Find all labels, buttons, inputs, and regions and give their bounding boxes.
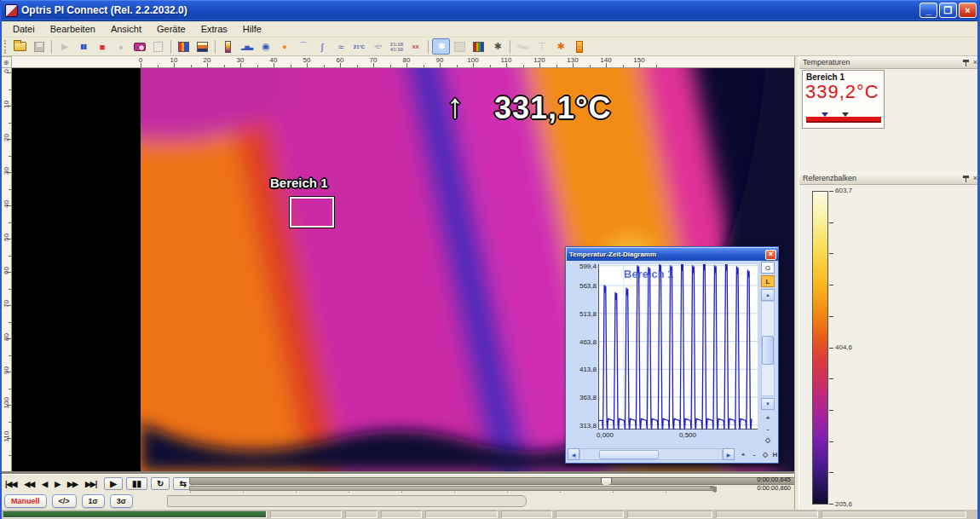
hruler-label: 30	[237, 56, 245, 64]
diagram-scroll-right-button[interactable]: ▶	[723, 448, 735, 460]
tools-colored-icon[interactable]: ✱	[551, 38, 569, 55]
vruler-label: 110	[3, 432, 10, 442]
diagram-zoom-in-button[interactable]: +	[761, 412, 775, 424]
diagram-y-tick-label: 599,4	[568, 262, 597, 270]
window-title: Optris PI Connect (Rel. 2.2.2032.0)	[21, 4, 187, 16]
close-button[interactable]: ×	[959, 3, 977, 18]
scurve-chart-icon[interactable]: ∫	[313, 38, 331, 55]
temp-display-icon[interactable]: 21°C	[350, 38, 368, 55]
diagram-vertical-scrollbar[interactable]	[761, 301, 775, 396]
snapshot-camera-icon[interactable]	[130, 38, 148, 55]
step-back-button[interactable]: ◀	[42, 480, 47, 488]
status-pane	[501, 510, 552, 518]
restore-button[interactable]: ❐	[939, 3, 957, 18]
diagram-close-button[interactable]: ×	[765, 250, 776, 260]
diagram-hzoom-in-button[interactable]: +	[738, 448, 748, 460]
fast-forward-button[interactable]: ▶▶	[67, 480, 78, 488]
diagram-scroll-up-button[interactable]: ▲	[761, 289, 775, 301]
flag-icon[interactable]: Flag	[514, 38, 532, 55]
mode-info-field	[167, 495, 527, 507]
diagram-hzoom-out-button[interactable]: -	[749, 448, 759, 460]
copy-icon[interactable]	[149, 38, 167, 55]
status-pane	[270, 510, 342, 518]
pause-button[interactable]: ▮▮	[126, 477, 147, 490]
range-button[interactable]: </>	[52, 494, 77, 508]
manuell-button[interactable]: Manuell	[4, 494, 47, 508]
measure-area-label: Bereich 1	[270, 176, 328, 190]
temperature-display-card[interactable]: Bereich 1 339,2°C	[802, 70, 885, 129]
temp-ref-icon[interactable]: °C*	[369, 38, 387, 55]
diagram-global-button[interactable]: G	[761, 262, 775, 274]
tools-icon[interactable]: ✱	[488, 38, 506, 55]
reference-bar-icon[interactable]	[219, 38, 237, 55]
histogram-icon[interactable]: ▂▅▃	[238, 38, 256, 55]
pin-icon[interactable]	[963, 59, 969, 66]
crossmarks-icon[interactable]: XX	[406, 38, 424, 55]
diagram-horizontal-scrollbar-row: ◀ ▶	[568, 448, 735, 460]
profile-chart-icon[interactable]: ⌒	[294, 38, 312, 55]
diagram-fit-button[interactable]: ◇	[761, 434, 775, 446]
thermal-image-viewport[interactable]: Bereich 1 ↑ 331,1°C Temperatur-Zeit-Diag…	[12, 68, 794, 471]
diagram-local-button[interactable]: L	[761, 275, 775, 287]
step-forward-button[interactable]: ▶	[55, 480, 60, 488]
menu-item-hilfe[interactable]: Hilfe	[235, 22, 269, 36]
rewind-button[interactable]: ◀◀	[24, 480, 34, 488]
diagram-zoom-out-button[interactable]: -	[761, 423, 775, 435]
diagram-horizontal-scroll-thumb[interactable]	[599, 450, 659, 459]
temperature-time-diagram-window[interactable]: Temperatur-Zeit-Diagramm × 599,4563,8513…	[565, 246, 779, 464]
hruler-label: 70	[370, 56, 378, 64]
digits-display-icon[interactable]: 21:18 41:10	[388, 38, 406, 55]
vruler-label: 70	[3, 299, 10, 309]
measure-area-box[interactable]	[290, 197, 334, 228]
diagram-hold-button[interactable]: H	[770, 448, 780, 460]
temperature-value: 339,2°C	[803, 82, 884, 102]
skip-end-button[interactable]: ▶▶|	[85, 480, 96, 488]
diagram-vertical-scroll-thumb[interactable]	[762, 336, 774, 365]
pin-icon[interactable]	[963, 175, 969, 182]
timeline-range-bar[interactable]	[189, 486, 714, 491]
diagram-scroll-down-button[interactable]: ▼	[761, 398, 775, 410]
diagram-horizontal-scrollbar[interactable]	[579, 448, 723, 460]
open-file-icon[interactable]	[11, 38, 29, 55]
snowflake-freeze-icon[interactable]: ✱	[432, 38, 450, 55]
skip-start-button[interactable]: |◀◀	[5, 480, 16, 488]
diagram-hfit-button[interactable]: ◇	[760, 448, 770, 460]
vruler-label: 20	[3, 133, 10, 143]
record-icon[interactable]: ●	[112, 38, 130, 55]
palette-icon[interactable]	[175, 38, 193, 55]
video-icon[interactable]: ◉	[257, 38, 274, 55]
save-icon[interactable]	[30, 38, 48, 55]
mode-bar: Manuell</>1σ3σ	[0, 493, 794, 510]
diagram-title-bar[interactable]: Temperatur-Zeit-Diagramm ×	[567, 248, 779, 261]
orange-bar-icon[interactable]	[570, 38, 588, 55]
menu-item-datei[interactable]: Datei	[5, 22, 43, 36]
menu-item-extras[interactable]: Extras	[193, 22, 235, 36]
play-button[interactable]: ▶	[104, 477, 123, 490]
minimize-button[interactable]: _	[919, 3, 937, 18]
referenzbalken-panel-title: Referenzbalken	[803, 174, 856, 182]
timeline-slider[interactable]	[189, 477, 796, 485]
color-setup-icon[interactable]	[470, 38, 487, 55]
multi-chart-icon[interactable]: ≈	[331, 38, 349, 55]
layout-icon[interactable]	[451, 38, 469, 55]
vruler-label: 30	[3, 166, 10, 176]
menu-item-geräte[interactable]: Geräte	[149, 22, 193, 36]
play-icon[interactable]: ▶	[55, 38, 73, 55]
palette-range-icon[interactable]	[193, 38, 211, 55]
device-icon[interactable]: ⊤	[533, 38, 551, 55]
menu-item-ansicht[interactable]: Ansicht	[103, 22, 149, 36]
sigma3-button[interactable]: 3σ	[110, 494, 133, 508]
colorbar-mid-label: 404,6	[835, 343, 852, 351]
pause-icon[interactable]: ▮▮	[74, 38, 92, 55]
menu-item-bearbeiten[interactable]: Bearbeiten	[43, 22, 103, 36]
loop-button[interactable]: ↻	[151, 477, 170, 490]
hruler-label: 0	[139, 56, 142, 64]
hotspot-icon[interactable]: ●	[275, 38, 293, 55]
stop-icon[interactable]: ■	[93, 38, 111, 55]
diagram-scroll-left-button[interactable]: ◀	[568, 448, 579, 460]
diagram-y-tick-label: 413,8	[568, 366, 597, 373]
app-icon	[5, 4, 18, 17]
ruler-corner-button[interactable]: ⊕	[0, 56, 12, 68]
status-pane	[381, 510, 422, 518]
sigma1-button[interactable]: 1σ	[82, 494, 105, 508]
